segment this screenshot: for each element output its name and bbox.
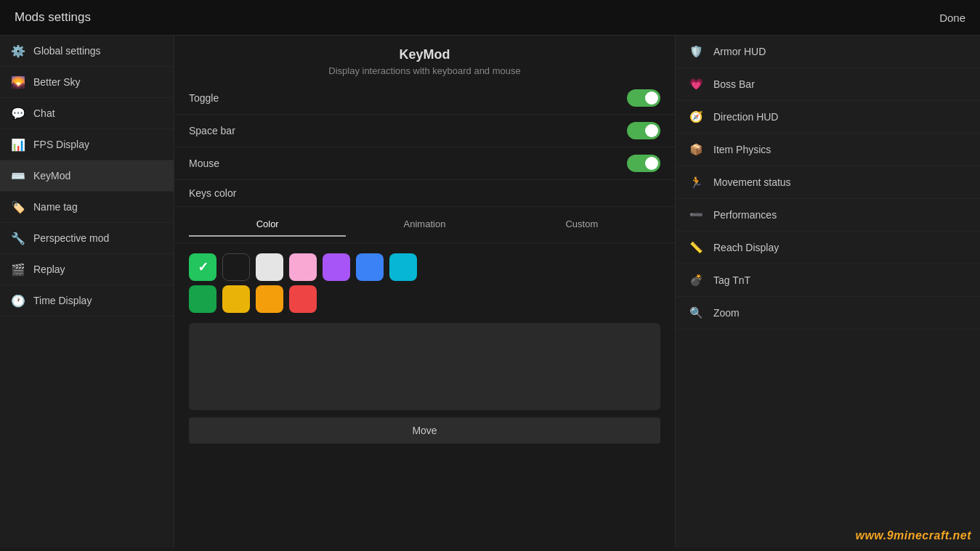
direction-hud-label: Direction HUD bbox=[713, 111, 778, 123]
perspective-mod-label: Perspective mod bbox=[33, 232, 109, 244]
keymod-label: KeyMod bbox=[33, 170, 70, 181]
replay-label: Replay bbox=[33, 264, 65, 275]
header: Mods settings Done bbox=[0, 0, 980, 36]
sidebar-item-name-tag[interactable]: 🏷️Name tag bbox=[0, 192, 174, 223]
fps-display-icon: 📊 bbox=[10, 136, 26, 152]
keymod-title: KeyMod bbox=[189, 47, 660, 62]
chat-label: Chat bbox=[33, 107, 55, 119]
right-item-boss-bar[interactable]: 💗Boss Bar bbox=[676, 68, 980, 101]
color-swatch-black[interactable] bbox=[222, 253, 250, 281]
tab-color[interactable]: Color bbox=[189, 213, 346, 237]
right-item-performances[interactable]: ➖Performances bbox=[676, 199, 980, 232]
boss-bar-icon: 💗 bbox=[687, 75, 705, 93]
armor-hud-icon: 🛡️ bbox=[687, 43, 705, 60]
performances-icon: ➖ bbox=[687, 206, 705, 224]
perspective-mod-icon: 🔧 bbox=[10, 230, 26, 246]
keymod-tabs: Color Animation Custom bbox=[174, 207, 675, 243]
tab-animation[interactable]: Animation bbox=[346, 213, 503, 237]
sidebar-item-global-settings[interactable]: ⚙️Global settings bbox=[0, 36, 174, 67]
keymod-keys-color-row: Keys color bbox=[174, 180, 675, 207]
global-settings-icon: ⚙️ bbox=[10, 43, 26, 59]
move-button[interactable]: Move bbox=[189, 417, 660, 444]
right-item-reach-display[interactable]: 📏Reach Display bbox=[676, 232, 980, 264]
keymod-popup: KeyMod Display interactions with keyboar… bbox=[174, 36, 675, 547]
color-swatch-pink[interactable] bbox=[289, 253, 317, 281]
color-swatch-red[interactable] bbox=[289, 285, 317, 313]
item-physics-icon: 📦 bbox=[687, 141, 705, 158]
color-swatch-green-check[interactable] bbox=[189, 253, 216, 281]
sidebar-item-replay[interactable]: 🎬Replay bbox=[0, 254, 174, 285]
color-swatch-yellow[interactable] bbox=[222, 285, 250, 313]
mouse-label: Mouse bbox=[189, 158, 627, 169]
time-display-label: Time Display bbox=[33, 295, 92, 306]
replay-icon: 🎬 bbox=[10, 261, 26, 277]
color-swatch-lime[interactable] bbox=[189, 285, 216, 313]
keymod-subtitle: Display interactions with keyboard and m… bbox=[189, 65, 660, 76]
done-button[interactable]: Done bbox=[939, 12, 965, 24]
spacebar-switch[interactable] bbox=[627, 122, 660, 139]
movement-status-label: Movement status bbox=[713, 176, 791, 188]
keymod-preview bbox=[189, 323, 660, 410]
reach-display-label: Reach Display bbox=[713, 242, 779, 253]
fps-display-label: FPS Display bbox=[33, 139, 89, 150]
watermark: www.9minecraft.net bbox=[855, 529, 971, 542]
sidebar-item-better-sky[interactable]: 🌄Better Sky bbox=[0, 67, 174, 98]
armor-hud-label: Armor HUD bbox=[713, 46, 766, 57]
reach-display-icon: 📏 bbox=[687, 239, 705, 256]
color-swatch-blue[interactable] bbox=[356, 253, 384, 281]
right-item-movement-status[interactable]: 🏃Movement status bbox=[676, 166, 980, 199]
sidebar-item-keymod[interactable]: ⌨️KeyMod bbox=[0, 160, 174, 192]
tab-custom[interactable]: Custom bbox=[503, 213, 660, 237]
name-tag-label: Name tag bbox=[33, 201, 78, 213]
movement-status-icon: 🏃 bbox=[687, 174, 705, 191]
keymod-icon: ⌨️ bbox=[10, 168, 26, 184]
boss-bar-label: Boss Bar bbox=[713, 78, 755, 90]
right-item-item-physics[interactable]: 📦Item Physics bbox=[676, 134, 980, 166]
page-title: Mods settings bbox=[15, 10, 91, 25]
main-content: ⚙️Global settings🌄Better Sky💬Chat📊FPS Di… bbox=[0, 36, 980, 547]
direction-hud-icon: 🧭 bbox=[687, 108, 705, 126]
keymod-spacebar-row: Space bar bbox=[174, 115, 675, 147]
left-panel: ⚙️Global settings🌄Better Sky💬Chat📊FPS Di… bbox=[0, 36, 174, 547]
keymod-toggle-row: Toggle bbox=[174, 82, 675, 115]
color-swatch-purple[interactable] bbox=[323, 253, 350, 281]
toggle-label: Toggle bbox=[189, 92, 627, 104]
spacebar-label: Space bar bbox=[189, 125, 627, 136]
time-display-icon: 🕐 bbox=[10, 293, 26, 309]
keymod-header: KeyMod Display interactions with keyboar… bbox=[174, 36, 675, 82]
color-row-1 bbox=[189, 253, 660, 281]
zoom-icon: 🔍 bbox=[687, 304, 705, 322]
color-swatch-cyan[interactable] bbox=[389, 253, 417, 281]
color-row-2 bbox=[189, 285, 660, 313]
better-sky-label: Better Sky bbox=[33, 76, 81, 88]
zoom-label: Zoom bbox=[713, 307, 740, 319]
color-grid bbox=[174, 243, 675, 323]
right-panel: 🛡️Armor HUD💗Boss Bar🧭Direction HUD📦Item … bbox=[675, 36, 980, 547]
item-physics-label: Item Physics bbox=[713, 144, 771, 155]
sidebar-item-time-display[interactable]: 🕐Time Display bbox=[0, 285, 174, 317]
keymod-mouse-row: Mouse bbox=[174, 147, 675, 180]
sidebar-item-chat[interactable]: 💬Chat bbox=[0, 98, 174, 129]
right-item-zoom[interactable]: 🔍Zoom bbox=[676, 297, 980, 330]
toggle-switch[interactable] bbox=[627, 89, 660, 107]
right-item-direction-hud[interactable]: 🧭Direction HUD bbox=[676, 101, 980, 134]
keys-color-label: Keys color bbox=[189, 187, 660, 199]
color-swatch-orange[interactable] bbox=[256, 285, 283, 313]
tag-tnt-label: Tag TnT bbox=[713, 274, 750, 286]
performances-label: Performances bbox=[713, 209, 777, 221]
sidebar-item-perspective-mod[interactable]: 🔧Perspective mod bbox=[0, 223, 174, 254]
name-tag-icon: 🏷️ bbox=[10, 199, 26, 215]
right-item-armor-hud[interactable]: 🛡️Armor HUD bbox=[676, 36, 980, 68]
chat-icon: 💬 bbox=[10, 105, 26, 121]
color-swatch-white[interactable] bbox=[256, 253, 283, 281]
sidebar-item-fps-display[interactable]: 📊FPS Display bbox=[0, 129, 174, 160]
global-settings-label: Global settings bbox=[33, 45, 101, 57]
mouse-switch[interactable] bbox=[627, 155, 660, 172]
tag-tnt-icon: 💣 bbox=[687, 272, 705, 289]
middle-panel: ⚔️1.7.10 animations⬜Block Overlay🎯Crossh… bbox=[174, 36, 675, 547]
better-sky-icon: 🌄 bbox=[10, 74, 26, 90]
right-item-tag-tnt[interactable]: 💣Tag TnT bbox=[676, 264, 980, 297]
